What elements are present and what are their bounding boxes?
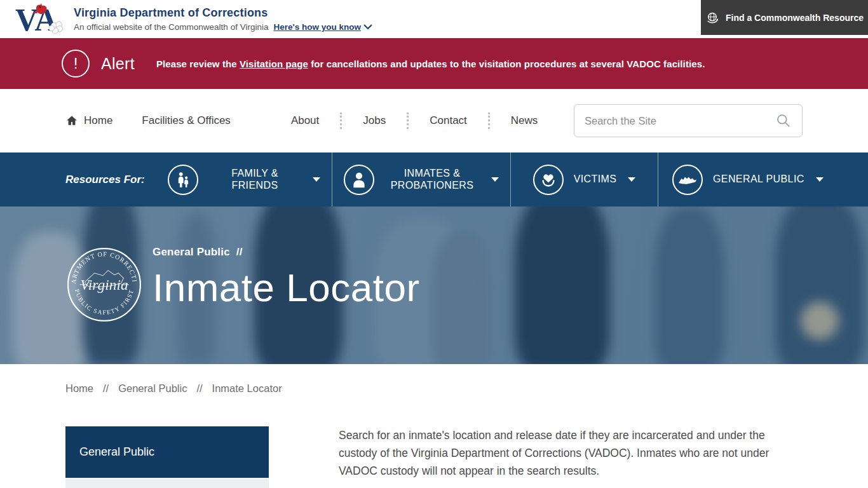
resources-family-friends-dropdown[interactable]: FAMILY & FRIENDS — [156, 152, 332, 207]
chevron-down-icon — [313, 177, 320, 182]
chevron-down-icon — [363, 24, 372, 30]
svg-text:Virginia: Virginia — [80, 276, 128, 293]
hero-eyebrow: General Public // — [153, 246, 420, 259]
breadcrumb-general-public[interactable]: General Public — [118, 383, 187, 395]
sidebar-item-foia[interactable]: Freedom of Information Act — [65, 478, 269, 488]
nav-jobs-link[interactable]: Jobs — [342, 114, 407, 127]
breadcrumb: Home // General Public // Inmate Locator — [65, 364, 803, 395]
nav-contact-link[interactable]: Contact — [409, 114, 488, 127]
find-commonwealth-resource-button[interactable]: Find a Commonwealth Resource — [701, 0, 868, 35]
page-content: Search for an inmate's location and rele… — [339, 426, 803, 488]
resources-victims-dropdown[interactable]: VICTIMS — [510, 152, 658, 207]
site-title: Virginia Department of Corrections — [74, 6, 372, 20]
alert-icon: ! — [62, 50, 90, 78]
globe-icon — [705, 11, 719, 25]
nav-home-link[interactable]: Home — [65, 114, 112, 127]
nav-about-link[interactable]: About — [270, 114, 340, 127]
chevron-down-icon — [628, 177, 635, 182]
va-cardinal-logo-icon: V A — [14, 3, 69, 36]
chevron-down-icon — [491, 177, 499, 182]
sidebar-item-general-public[interactable]: General Public — [65, 426, 269, 478]
home-icon — [65, 114, 78, 127]
official-site-text: An official website of the Commonwealth … — [74, 22, 268, 32]
heres-how-you-know-link[interactable]: Here's how you know — [273, 22, 372, 32]
search-icon[interactable] — [775, 112, 792, 129]
hero-section-link[interactable]: General Public — [153, 246, 230, 259]
alert-message: Please review the Visitation page for ca… — [156, 58, 705, 69]
person-icon — [344, 165, 374, 195]
site-header: V A Virginia Department of Corrections A… — [0, 0, 868, 38]
section-sidebar: General Public Freedom of Information Ac… — [65, 426, 269, 488]
resources-general-public-dropdown[interactable]: GENERAL PUBLIC — [658, 152, 868, 207]
alert-banner: ! Alert Please review the Visitation pag… — [0, 38, 868, 89]
main-navigation: Home Facilities & Offices About Jobs Con… — [0, 89, 868, 152]
visitation-page-link[interactable]: Visitation page — [240, 58, 308, 69]
chevron-down-icon — [816, 177, 824, 182]
nav-facilities-offices-link[interactable]: Facilities & Offices — [142, 114, 231, 127]
nav-news-link[interactable]: News — [490, 114, 559, 127]
breadcrumb-home[interactable]: Home — [65, 383, 93, 395]
heart-hands-icon — [533, 165, 564, 195]
breadcrumb-current-page: Inmate Locator — [212, 383, 282, 395]
nav-links-group: About Jobs Contact News — [270, 112, 559, 129]
brand-block: Virginia Department of Corrections An of… — [74, 6, 372, 32]
page-title: Inmate Locator — [153, 265, 420, 310]
resources-bar: Resources For: FAMILY & FRIENDS INMATES … — [0, 152, 868, 207]
vadoc-logo[interactable]: V A — [14, 3, 69, 36]
family-icon — [168, 165, 198, 195]
alert-label: Alert — [101, 55, 135, 73]
site-search-box[interactable] — [574, 104, 803, 137]
resources-inmates-probationers-dropdown[interactable]: INMATES & PROBATIONERS — [332, 152, 510, 207]
virginia-state-icon — [672, 165, 703, 195]
search-input[interactable] — [585, 115, 775, 127]
vadoc-seal: DEPARTMENT OF CORRECTIONS PUBLIC SAFETY … — [65, 246, 143, 323]
resources-for-label: Resources For: — [0, 152, 156, 207]
intro-paragraph: Search for an inmate's location and rele… — [339, 426, 803, 480]
hero-banner: DEPARTMENT OF CORRECTIONS PUBLIC SAFETY … — [0, 207, 868, 364]
